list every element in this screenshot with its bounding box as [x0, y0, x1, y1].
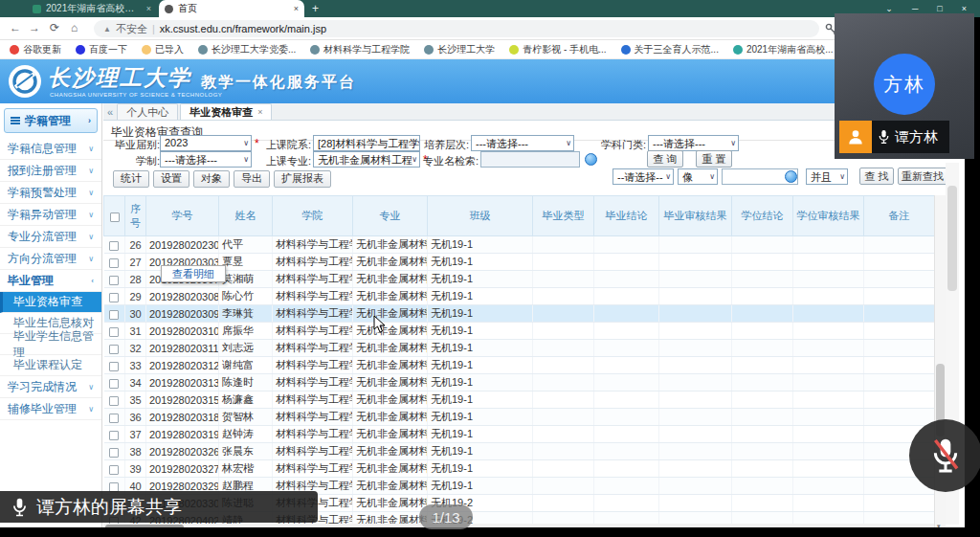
table-row[interactable]: 35 201928020315 杨濂鑫 材料科学与工程学院 无机非金属材料工程 …: [104, 392, 935, 409]
search-icon[interactable]: [785, 170, 797, 183]
cell-degree-conclusion: [732, 340, 793, 357]
graduation-year-select[interactable]: 2023 ∨: [160, 135, 252, 151]
department-select[interactable]: [28]材料科学与工程学院 ∨: [313, 135, 420, 151]
row-checkbox[interactable]: [109, 310, 119, 320]
major-select[interactable]: 无机非金属材料工程 ∨: [313, 151, 420, 168]
table-row[interactable]: 31 201928020310 席振华 材料科学与工程学院 无机非金属材料工程 …: [104, 323, 935, 340]
row-checkbox[interactable]: [109, 362, 119, 371]
row-checkbox[interactable]: [109, 414, 119, 423]
forward-icon[interactable]: →: [29, 21, 40, 34]
sidebar-group-item[interactable]: 学籍异动管理 ∨: [0, 204, 101, 226]
table-row[interactable]: 38 201928020326 张晨东 材料科学与工程学院 无机非金属材料工程 …: [104, 443, 935, 460]
table-row[interactable]: 27 201928020303 覃昱 材料科学与工程学院 无机非金属材料工程 无…: [104, 254, 935, 271]
row-checkbox[interactable]: [109, 258, 119, 268]
sidebar-submenu-item[interactable]: 毕业学生信息管理: [0, 334, 101, 355]
row-checkbox[interactable]: [109, 465, 119, 475]
sidebar-group-item[interactable]: 专业分流管理 ∨: [0, 226, 101, 248]
window-control-icon[interactable]: ─: [912, 4, 918, 13]
advanced-search-icon[interactable]: [585, 153, 597, 166]
bookmark-item[interactable]: 关于三全育人示范...: [621, 43, 719, 56]
row-checkbox[interactable]: [109, 345, 119, 354]
sidebar-group-item[interactable]: 辅修毕业管理 ∨: [0, 398, 101, 420]
cell-degree-conclusion: [732, 409, 793, 426]
sidebar-group-item[interactable]: 方向分流管理 ∨: [0, 248, 101, 270]
close-tab-icon[interactable]: ×: [146, 4, 151, 13]
window-control-icon[interactable]: ×: [962, 4, 967, 13]
bookmark-item[interactable]: 百度一下: [76, 43, 127, 56]
row-checkbox[interactable]: [109, 276, 119, 285]
sidebar-root-menu[interactable]: 学籍管理 ›: [4, 108, 98, 133]
table-row[interactable]: 26 201928020230 代平 材料科学与工程学院 无机非金属材料工程 无…: [104, 236, 935, 254]
back-icon[interactable]: ←: [10, 21, 21, 34]
screen: 2021年湖南省高校思想政治工作 × 首页 × + ⌄─□× ← → ⟳ ⌂ ▲…: [0, 0, 980, 537]
sidebar-group-item[interactable]: 学籍信息管理 ∨: [0, 138, 101, 160]
sidebar-group-item[interactable]: 学籍预警处理 ∨: [0, 182, 101, 204]
sidebar-submenu-item[interactable]: 毕业资格审查: [0, 292, 101, 313]
row-checkbox[interactable]: [109, 431, 119, 440]
home-icon[interactable]: ⌂: [71, 21, 78, 34]
url-field[interactable]: ▲ 不安全 | xk.csust.edu.cn/framework/main.j…: [94, 20, 819, 37]
browser-tab-inactive[interactable]: 2021年湖南省高校思想政治工作 ×: [27, 0, 157, 17]
sidebar-group-graduation[interactable]: 毕业管理 ‹: [0, 270, 101, 292]
row-checkbox[interactable]: [109, 241, 119, 251]
tab-graduation-review[interactable]: 毕业资格审查 ×: [180, 103, 272, 120]
view-detail-tooltip[interactable]: 查看明细: [161, 265, 226, 282]
dropdown-caret-icon: ∨: [839, 172, 845, 181]
finder-operator-select[interactable]: 像 ∨: [678, 168, 718, 185]
bookmark-item[interactable]: 长沙理工大学党委...: [198, 43, 296, 56]
schooling-length-select[interactable]: ---请选择--- ∨: [160, 151, 252, 168]
cell-graduation-review-result: [659, 288, 732, 305]
reset-button[interactable]: 重 置: [696, 150, 732, 168]
education-level-select[interactable]: ---请选择--- ∨: [471, 135, 574, 151]
table-row[interactable]: 34 201928020313 陈逢时 材料科学与工程学院 无机非金属材料工程 …: [104, 374, 935, 392]
table-row[interactable]: 30 201928020309 李琳箕 材料科学与工程学院 无机非金属材料工程 …: [104, 305, 935, 323]
row-checkbox[interactable]: [109, 293, 119, 302]
row-checkbox[interactable]: [109, 448, 119, 458]
scrollbar-thumb[interactable]: [947, 186, 957, 291]
finder-logic-select[interactable]: 并且 ∨: [806, 168, 848, 185]
table-row[interactable]: 28 201928020307 莫湘萌 材料科学与工程学院 无机非金属材料工程 …: [104, 271, 935, 288]
reload-icon[interactable]: ⟳: [50, 21, 59, 34]
table-row[interactable]: 33 201928020312 谢纯富 材料科学与工程学院 无机非金属材料工程 …: [104, 357, 935, 374]
window-control-icon[interactable]: □: [937, 4, 942, 13]
cell-graduation-conclusion: [594, 409, 659, 426]
bookmark-item[interactable]: 长沙理工大学: [424, 43, 495, 56]
tab-personal-center[interactable]: 个人中心: [117, 103, 178, 120]
row-checkbox[interactable]: [109, 396, 119, 406]
profile-tile[interactable]: [839, 121, 872, 153]
browser-tab-active[interactable]: 首页 ×: [159, 0, 304, 17]
finder-field-select[interactable]: --请选择-- ∨: [612, 168, 674, 185]
cell-major: 无机非金属材料工程: [353, 374, 428, 392]
bookmark-item[interactable]: 青柠影视 - 手机电...: [509, 43, 606, 56]
table-row[interactable]: 37 201928020319 赵钟涛 材料科学与工程学院 无机非金属材料工程 …: [104, 426, 935, 443]
sidebar-group-item[interactable]: 学习完成情况 ∨: [0, 376, 101, 398]
mute-toggle-button[interactable]: [909, 419, 980, 492]
row-checkbox[interactable]: [109, 327, 119, 337]
bookmark-item[interactable]: 2021年湖南省高校...: [733, 43, 834, 56]
window-control-icon[interactable]: ⌄: [885, 4, 893, 13]
table-row[interactable]: 36 201928020318 贺智林 材料科学与工程学院 无机非金属材料工程 …: [104, 409, 935, 426]
sidebar-group-label: 学籍异动管理: [8, 207, 77, 223]
cell-major: 无机非金属材料工程: [353, 478, 428, 495]
close-tab-icon[interactable]: ×: [257, 107, 262, 117]
table-row[interactable]: 29 201928020308 陈心竹 材料科学与工程学院 无机非金属材料工程 …: [104, 288, 935, 305]
discipline-select[interactable]: ---请选择--- ∨: [648, 135, 739, 151]
sidebar-group-item[interactable]: 报到注册管理 ∨: [0, 160, 101, 182]
new-tab-button[interactable]: +: [312, 2, 319, 15]
row-checkbox[interactable]: [109, 379, 119, 389]
table-row[interactable]: 39 201928020327 林宏楷 材料科学与工程学院 无机非金属材料工程 …: [104, 460, 935, 478]
grid-header-cell: 学位结论: [732, 196, 793, 236]
select-all-checkbox[interactable]: [110, 213, 120, 222]
bookmark-item[interactable]: 已导入: [142, 43, 184, 56]
refind-button[interactable]: 重新查找: [898, 168, 947, 185]
query-button[interactable]: 查 询: [647, 150, 683, 168]
tab-title: 2021年湖南省高校思想政治工作: [46, 2, 142, 15]
major-name-search-input[interactable]: [480, 151, 580, 168]
bookmark-item[interactable]: 谷歌更新: [10, 43, 61, 56]
meeting-video-panel[interactable]: 方林 谭方林: [835, 13, 974, 159]
collapse-sidebar-icon[interactable]: «: [103, 106, 117, 120]
bookmark-item[interactable]: 材料科学与工程学院: [310, 43, 410, 56]
close-tab-icon[interactable]: ×: [294, 4, 299, 13]
find-button[interactable]: 查 找: [859, 168, 894, 185]
table-row[interactable]: 32 201928020311 刘志远 材料科学与工程学院 无机非金属材料工程 …: [104, 340, 935, 357]
